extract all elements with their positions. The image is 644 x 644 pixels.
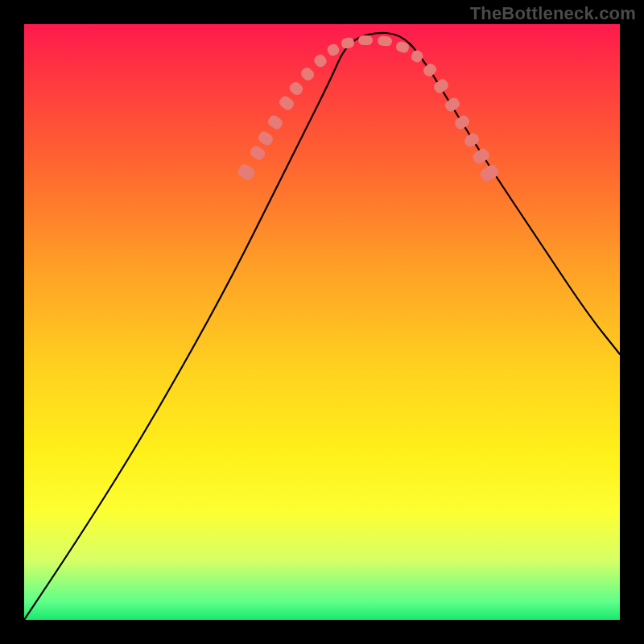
highlight-marker	[358, 35, 373, 45]
watermark-text: TheBottleneck.com	[470, 3, 636, 24]
bottleneck-curve-path	[24, 33, 620, 620]
bottleneck-curve-svg	[24, 24, 620, 620]
highlight-marker	[377, 35, 392, 47]
chart-plot-area	[24, 24, 620, 620]
